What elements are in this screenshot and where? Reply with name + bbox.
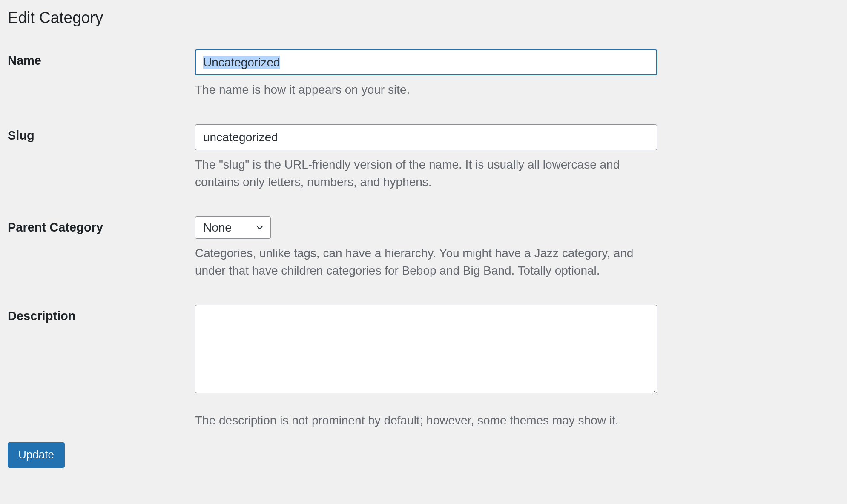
description-textarea[interactable] bbox=[195, 305, 657, 393]
parent-label: Parent Category bbox=[8, 216, 195, 235]
slug-row: Slug The "slug" is the URL-friendly vers… bbox=[8, 124, 839, 191]
description-label: Description bbox=[8, 305, 195, 323]
description-help-text: The description is not prominent by defa… bbox=[195, 412, 646, 430]
name-label: Name bbox=[8, 49, 195, 68]
name-input-selection: Uncategorized bbox=[203, 56, 280, 69]
page-title: Edit Category bbox=[8, 8, 839, 28]
slug-help-text: The "slug" is the URL-friendly version o… bbox=[195, 156, 646, 191]
slug-field-wrapper: The "slug" is the URL-friendly version o… bbox=[195, 124, 657, 191]
slug-input[interactable] bbox=[195, 124, 657, 150]
slug-label: Slug bbox=[8, 124, 195, 143]
description-field-wrapper: The description is not prominent by defa… bbox=[195, 305, 657, 430]
parent-field-wrapper: None Categories, unlike tags, can have a… bbox=[195, 216, 657, 279]
description-row: Description The description is not promi… bbox=[8, 305, 839, 430]
update-button[interactable]: Update bbox=[8, 442, 65, 468]
parent-select-wrapper: None bbox=[195, 216, 271, 239]
parent-select[interactable]: None bbox=[195, 216, 271, 239]
name-row: Name Uncategorized The name is how it ap… bbox=[8, 49, 839, 99]
edit-category-form: Name Uncategorized The name is how it ap… bbox=[8, 49, 839, 468]
parent-help-text: Categories, unlike tags, can have a hier… bbox=[195, 245, 646, 279]
name-help-text: The name is how it appears on your site. bbox=[195, 81, 646, 99]
name-input[interactable]: Uncategorized bbox=[195, 49, 657, 75]
submit-row: Update bbox=[8, 442, 839, 468]
name-field-wrapper: Uncategorized The name is how it appears… bbox=[195, 49, 657, 99]
parent-row: Parent Category None Categories, unlike … bbox=[8, 216, 839, 279]
